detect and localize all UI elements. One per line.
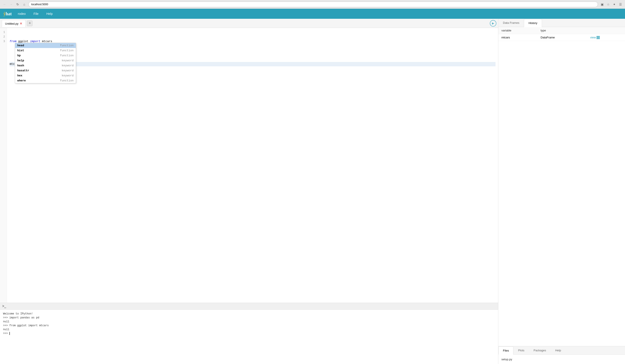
menu-help[interactable]: Help [45,11,54,16]
ac-type: keyword [62,69,74,72]
app-logo: ŷhat [3,11,12,16]
ac-item-head[interactable]: head function [15,43,76,48]
top-panel-tabs: Data Frames History [498,19,625,27]
terminal-header: >_ [0,303,498,310]
ac-item-hex[interactable]: hex keyword [15,73,76,78]
main-layout: Untitled.py ✕ + ▶ 1 2 3 from ggplot impo… [0,19,625,364]
tab-add-button[interactable]: + [27,21,32,26]
data-frames-content: variable type mtcars DataFrame view [498,27,625,346]
line-numbers: 1 2 3 [0,28,7,303]
ac-name: hash [17,64,24,67]
app-header: ŷhat rodeo File Help [0,9,625,19]
code-editor[interactable]: 1 2 3 from ggplot import mtcars mtcars.h… [0,28,498,303]
ac-item-hp[interactable]: hp function [15,53,76,58]
terminal-line-5: null [3,328,495,332]
ac-item-hist[interactable]: hist function [15,48,76,53]
ac-type: function [60,54,74,57]
ac-name: where [17,79,26,82]
terminal-line-1: Welcome to IPython! [3,312,495,316]
view-link[interactable]: view [590,36,622,39]
terminal-line-3: null [3,320,495,324]
ac-type: keyword [62,74,74,77]
reload-button[interactable]: ↻ [15,2,20,7]
cell-type: DataFrame [538,34,587,41]
terminal-body[interactable]: Welcome to IPython! >>> import pandas as… [0,310,498,364]
ac-type: keyword [62,64,74,67]
ac-name: hasattr [17,69,29,72]
address-bar[interactable] [28,1,598,7]
bottom-tab-bar: Files Plots Packages Help [498,346,625,355]
back-button[interactable]: ← [2,2,7,7]
ac-type: function [60,49,74,52]
terminal-line-2: >>> import pandas as pd [3,316,495,320]
grid-icon [597,36,600,39]
tab-files[interactable]: Files [498,347,513,355]
bottom-tabs: Files Plots Packages Help setup.py [498,346,625,364]
run-button[interactable]: ▶ [490,20,496,27]
menu-rodeo[interactable]: rodeo [16,11,28,16]
ac-item-where[interactable]: where function [15,78,76,83]
star-icon[interactable]: ☆ [606,2,611,7]
tab-help[interactable]: Help [551,346,566,354]
ac-item-hash[interactable]: hash keyword [15,63,76,68]
menu-file[interactable]: File [32,11,40,16]
ac-item-hasattr[interactable]: hasattr keyword [15,68,76,73]
home-button[interactable]: ⌂ [22,2,27,7]
ac-name: hp [17,54,21,57]
ac-name: help [17,59,24,62]
autocomplete-dropdown: head function hist function hp function … [15,43,76,83]
tab-packages[interactable]: Packages [529,346,551,354]
col-header-variable: variable [498,27,538,34]
extension-icon[interactable]: ✦ [612,2,617,7]
cell-view[interactable]: view [587,34,625,41]
ac-name: hex [17,74,22,77]
terminal-icon: >_ [2,304,6,308]
tab-bar: Untitled.py ✕ + ▶ [0,19,498,28]
left-panel: Untitled.py ✕ + ▶ 1 2 3 from ggplot impo… [0,19,498,364]
ac-type: keyword [62,59,74,62]
ac-item-help[interactable]: help keyword [15,58,76,63]
ac-name: hist [17,49,24,52]
menu-icon[interactable]: ☰ [618,2,623,7]
col-header-action [587,27,625,34]
editor-tab[interactable]: Untitled.py ✕ [2,20,26,27]
files-content: setup.py [498,355,625,364]
forward-button[interactable]: → [9,2,14,7]
screenshot-icon[interactable]: ▣ [600,2,604,7]
terminal-line-6: >>> ​ [3,332,495,336]
code-content[interactable]: from ggplot import mtcars mtcars.h| [7,28,498,303]
cell-variable: mtcars [498,34,538,41]
ac-type: function [60,79,74,82]
code-line-3: mtcars.h| [10,62,496,67]
ac-type: function [60,44,74,47]
code-line-1: from ggplot import mtcars [10,39,496,44]
run-icon: ▶ [492,22,494,25]
table-row: mtcars DataFrame view [498,34,625,41]
terminal-line-4: >>> from ggplot import mtcars [3,324,495,328]
right-panel: Data Frames History variable type mtcars… [498,19,625,364]
terminal-area: >_ Welcome to IPython! >>> import pandas… [0,303,498,364]
data-table: variable type mtcars DataFrame view [498,27,625,41]
tab-close-button[interactable]: ✕ [20,22,22,25]
tab-label: Untitled.py [5,22,18,25]
tab-data-frames[interactable]: Data Frames [498,19,524,27]
file-item[interactable]: setup.py [501,357,622,362]
col-header-type: type [538,27,587,34]
editor-area: Untitled.py ✕ + ▶ 1 2 3 from ggplot impo… [0,19,498,303]
tab-plots[interactable]: Plots [513,346,529,354]
ac-name: head [17,44,24,47]
tab-history[interactable]: History [524,19,542,27]
browser-chrome: ← → ↻ ⌂ ▣ ☆ ✦ ☰ [0,0,625,9]
